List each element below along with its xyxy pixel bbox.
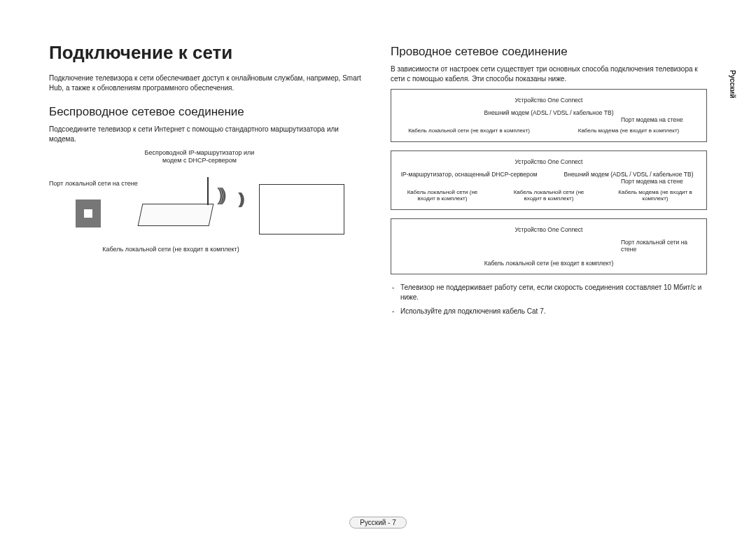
wallport-label: Порт модема на стене	[621, 178, 698, 185]
list-item: Используйте для подключения кабель Cat 7…	[391, 307, 707, 316]
wallport-label: Порт локальной сети на стене	[49, 180, 161, 188]
modem-cable-label: Кабель модема (не входит в комплект)	[612, 189, 698, 202]
wallport-icon	[76, 200, 101, 227]
lan-cable-label: Кабель локальной сети (не входит в компл…	[80, 246, 262, 253]
wired-diagram-1: Устройство One Connect Внешний модем (AD…	[391, 89, 707, 142]
wired-diagram-3: Устройство One Connect Порт локальной се…	[391, 218, 707, 274]
wired-diagram-2: Устройство One Connect IP-маршрутизатор,…	[391, 150, 707, 210]
wired-text: В зависимости от настроек сети существуе…	[391, 64, 707, 83]
router-label: Беспроводной IP-маршрутизатор или модем …	[140, 149, 259, 164]
modem-label: Внешний модем (ADSL / VDSL / кабельное Т…	[559, 171, 698, 178]
lan-cable-label: Кабель локальной сети (не входит в компл…	[506, 189, 592, 202]
wireless-heading: Беспроводное сетевое соединение	[49, 105, 365, 119]
modem-label: Внешний модем (ADSL / VDSL / кабельное Т…	[400, 109, 698, 116]
page-content: Подключение к сети Подключение телевизор…	[0, 0, 756, 342]
device-label: Устройство One Connect	[400, 158, 698, 165]
page-footer: Русский - 7	[0, 519, 756, 526]
left-column: Подключение к сети Подключение телевизор…	[49, 42, 365, 321]
wifi-icon: )))	[217, 184, 223, 206]
list-item: Телевизор не поддерживает работу сети, е…	[391, 283, 707, 302]
tv-icon	[259, 184, 344, 234]
wireless-diagram: Беспроводной IP-маршрутизатор или модем …	[49, 149, 365, 268]
device-label: Устройство One Connect	[400, 97, 698, 104]
lan-cable-label: Кабель локальной сети (не входит в компл…	[400, 127, 538, 134]
lan-cable-label: Кабель локальной сети (не входит в компл…	[400, 260, 698, 267]
notes-list: Телевизор не поддерживает работу сети, е…	[391, 283, 707, 316]
wallport-label: Порт модема на стене	[621, 116, 698, 123]
page-title: Подключение к сети	[49, 42, 365, 64]
wired-heading: Проводное сетевое соединение	[391, 45, 707, 59]
router-icon	[138, 204, 214, 226]
lan-cable-label: Кабель локальной сети (не входит в компл…	[400, 189, 485, 202]
right-column: Проводное сетевое соединение В зависимос…	[391, 42, 707, 321]
wallport-label: Порт локальной сети на стене	[621, 239, 698, 253]
wireless-text: Подсоедините телевизор к сети Интернет с…	[49, 125, 365, 144]
page-number: Русский - 7	[349, 517, 407, 528]
intro-text: Подключение телевизора к сети обеспечива…	[49, 74, 365, 92]
modem-cable-label: Кабель модема (не входит в комплект)	[559, 127, 698, 134]
wifi-icon: )))	[238, 190, 241, 208]
device-label: Устройство One Connect	[400, 226, 698, 233]
router-label: IP-маршрутизатор, оснащенный DHCP-сервер…	[400, 171, 538, 178]
antenna-icon	[207, 177, 209, 205]
